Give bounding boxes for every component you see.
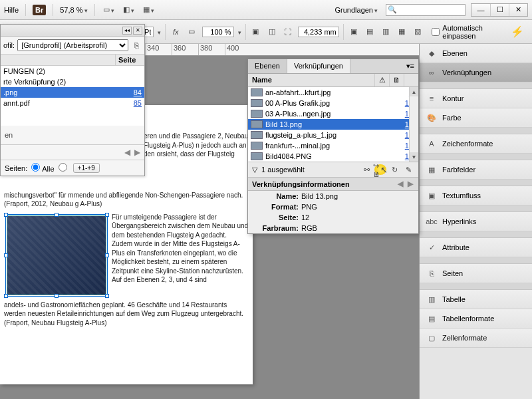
help-menu[interactable]: Hilfe	[4, 6, 19, 14]
prev-error-icon[interactable]: ◀	[123, 148, 132, 157]
panel-kontur[interactable]: ≡Kontur	[420, 89, 532, 108]
panel-textumfluss[interactable]: ▣Textumfluss	[420, 186, 532, 205]
panel-menu-icon[interactable]: ▾≡	[402, 59, 418, 73]
list-item[interactable]: annt.pdf85	[1, 98, 144, 108]
panel-icon: ▦	[426, 164, 437, 175]
maximize-button[interactable]: ☐	[490, 4, 509, 16]
info-prev-icon[interactable]: ◀	[398, 180, 404, 188]
info-next-icon[interactable]: ▶	[408, 180, 414, 188]
extra-label: en	[1, 126, 144, 144]
horizontal-ruler: 340360380400	[145, 44, 419, 56]
panel-farbe[interactable]: 🎨Farbe	[420, 108, 532, 128]
stroke-dropdown-icon[interactable]	[158, 28, 161, 36]
fit5-icon[interactable]: ▧	[412, 25, 424, 39]
triangle-icon[interactable]: ▽	[252, 166, 257, 174]
list-item[interactable]: .png84	[1, 87, 144, 98]
link-row[interactable]: frankfurt-...minal.jpg17	[248, 140, 418, 151]
bridge-button[interactable]: Br	[33, 5, 46, 15]
list-header: Seite	[1, 55, 144, 66]
panel-verknüpfungen[interactable]: ∞Verknüpfungen	[420, 63, 532, 82]
list-item[interactable]: FUNGEN (2)	[1, 66, 144, 76]
panel-icon: ▢	[426, 332, 437, 343]
profile-options-icon[interactable]: ⎘	[131, 40, 142, 51]
link-info-header: Verknüpfungsinformationen	[252, 180, 350, 188]
links-list[interactable]: an-abfahrt...kfurt.jpg400 A-Plus Grafik.…	[248, 87, 418, 162]
pages-all-radio[interactable]: Alle	[31, 163, 54, 173]
panel-icon: ▥	[426, 294, 437, 305]
panel-zellenformate[interactable]: ▢Zellenformate	[420, 329, 532, 348]
goto-link-icon[interactable]: ↪🗎↖	[374, 164, 386, 175]
opacity-input[interactable]	[202, 27, 234, 37]
panel-farbfelder[interactable]: ▦Farbfelder	[420, 160, 532, 180]
panel-collapse-icon[interactable]: ◂◂	[122, 27, 132, 35]
edit-original-icon[interactable]: ✎	[402, 164, 414, 175]
arrange-icon[interactable]: ▦	[142, 3, 156, 17]
panel-icon: ▣	[426, 190, 437, 201]
fit-content-icon[interactable]: ▣	[249, 25, 261, 39]
panel-ebenen[interactable]: ◆Ebenen	[420, 44, 532, 63]
panel-zeichenformate[interactable]: AZeichenformate	[420, 134, 532, 154]
panel-attribute[interactable]: ✓Attribute	[420, 238, 532, 257]
zoom-level[interactable]: 57,8 %	[60, 6, 87, 14]
panel-icon: A	[426, 138, 437, 149]
pages-label: Seiten:	[5, 164, 27, 172]
link-row[interactable]: flugsteig_a-plus_1.jpg12	[248, 130, 418, 140]
search-field[interactable]: 🔍	[386, 4, 466, 16]
scroll-down-icon[interactable]: ▼	[410, 152, 418, 162]
scrollbar[interactable]: ▲ ▼	[409, 87, 418, 162]
close-button[interactable]: ✕	[509, 4, 527, 16]
fx-icon[interactable]: fx	[170, 25, 182, 39]
panel-tabelle[interactable]: ▥Tabelle	[420, 290, 532, 309]
warning-col-icon[interactable]: ⚠	[374, 74, 389, 86]
fit-frame-icon[interactable]: ◫	[266, 25, 278, 39]
menu-bar: Hilfe Br 57,8 % ▭ ◧ ▦ Grundlagen 🔍 — ☐ ✕	[0, 0, 532, 20]
minimize-button[interactable]: —	[471, 4, 490, 16]
page-col-icon[interactable]: 🗎	[389, 74, 404, 86]
opacity-icon[interactable]: ▭	[186, 25, 198, 39]
error-list[interactable]: FUNGEN (2)rte Verknüpfung (2).png84annt.…	[1, 66, 144, 126]
fit2-icon[interactable]: ▤	[364, 25, 376, 39]
fit1-icon[interactable]: ▣	[348, 25, 360, 39]
relink-icon[interactable]: ⚯	[360, 164, 372, 175]
link-row[interactable]: Bild 13.png12	[248, 119, 418, 130]
list-item[interactable]: rte Verknüpfung (2)	[1, 76, 144, 87]
measure-input[interactable]	[298, 27, 339, 37]
link-info-section: Name:Bild 13.pngFormat:PNGSeite:12Farbra…	[248, 191, 418, 233]
body-text: mischungsverbot" für mmende und abfliege…	[0, 188, 253, 211]
tab-links[interactable]: Verknüpfungen	[287, 59, 350, 73]
panel-icon: ≡	[426, 93, 437, 104]
panel-icon: ⎘	[426, 268, 437, 279]
tab-layers[interactable]: Ebenen	[248, 59, 287, 73]
link-row[interactable]: 03 A-Plus...ngen.jpg11	[248, 108, 418, 119]
gpu-icon[interactable]: ⚡	[505, 25, 529, 38]
body-text: eren und die Passagiere 2, Neubau Flugst…	[140, 129, 253, 162]
window-controls: — ☐ ✕	[471, 3, 528, 17]
autofit-label: Automatisch einpassen	[442, 24, 501, 40]
pages-range-radio[interactable]	[59, 163, 69, 173]
profile-select[interactable]: [Grundprofil] (Arbeitsprofil)	[17, 39, 128, 51]
profile-label: ofil:	[3, 41, 15, 49]
placed-image[interactable]	[7, 215, 106, 295]
crop-icon[interactable]: ⛶	[282, 25, 294, 39]
link-row[interactable]: Bild4084.PNG19	[248, 151, 418, 162]
panel-close-icon[interactable]: ✕	[133, 27, 142, 35]
panel-hyperlinks[interactable]: abcHyperlinks	[420, 212, 532, 231]
view-options-icon[interactable]: ▭	[102, 3, 116, 17]
panel-dock: ◆Ebenen∞Verknüpfungen≡Kontur🎨FarbeAZeich…	[419, 44, 532, 399]
link-row[interactable]: 00 A-Plus Grafik.jpg10	[248, 98, 418, 108]
body-text: andels- und Gastronomieflächen geplant. …	[0, 298, 253, 331]
workspace-switcher[interactable]: Grundlagen	[332, 5, 381, 15]
autofit-checkbox[interactable]	[432, 28, 440, 36]
update-link-icon[interactable]: ↻	[388, 164, 400, 175]
link-row[interactable]: an-abfahrt...kfurt.jpg4	[248, 87, 418, 98]
fit4-icon[interactable]: ▦	[396, 25, 408, 39]
screen-mode-icon[interactable]: ◧	[122, 3, 136, 17]
panel-tabellenformate[interactable]: ▤Tabellenformate	[420, 309, 532, 329]
panel-seiten[interactable]: ⎘Seiten	[420, 264, 532, 283]
panel-icon: abc	[426, 216, 437, 227]
pages-range-button[interactable]: +1-+9	[73, 163, 100, 173]
fit3-icon[interactable]: ▥	[380, 25, 392, 39]
next-error-icon[interactable]: ▶	[133, 148, 142, 157]
panel-icon: ◆	[426, 48, 437, 59]
scroll-up-icon[interactable]: ▲	[410, 87, 418, 96]
